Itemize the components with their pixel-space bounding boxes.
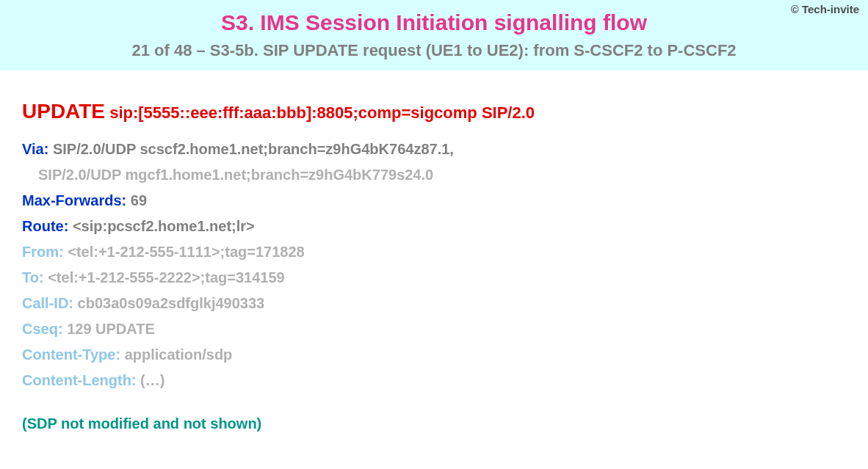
- page-subtitle: 21 of 48 – S3-5b. SIP UPDATE request (UE…: [15, 41, 853, 60]
- header-value: 69: [131, 192, 147, 208]
- header-label: From: [22, 244, 59, 260]
- copyright-notice: © Tech-invite: [791, 3, 859, 15]
- header-max-forwards: Max-Forwards: 69: [22, 188, 846, 214]
- header-label: Via: [22, 141, 44, 157]
- sip-request-line: UPDATE sip:[5555::eee:fff:aaa:bbb]:8805;…: [22, 100, 846, 123]
- header-value: <tel:+1-212-555-2222>;tag=314159: [48, 269, 284, 286]
- header-from: From: <tel:+1-212-555-1111>;tag=171828: [22, 239, 846, 265]
- sip-message-body: UPDATE sip:[5555::eee:fff:aaa:bbb]:8805;…: [0, 70, 868, 447]
- header-value-cont: SIP/2.0/UDP mgcf1.home1.net;branch=z9hG4…: [38, 162, 433, 188]
- header-label: Call-ID: [22, 295, 68, 311]
- header-via: Via: SIP/2.0/UDP scscf2.home1.net;branch…: [22, 137, 846, 162]
- sdp-note: (SDP not modified and not shown): [22, 415, 846, 432]
- header-content-type: Content-Type: application/sdp: [22, 342, 846, 368]
- header-label: To: [22, 269, 39, 286]
- header-label: Cseq: [22, 321, 58, 337]
- header-cseq: Cseq: 129 UPDATE: [22, 316, 846, 342]
- sip-request-uri: sip:[5555::eee:fff:aaa:bbb]:8805;comp=si…: [109, 103, 535, 122]
- header-value: (…): [140, 372, 164, 388]
- header-label: Route: [22, 218, 64, 234]
- header-label: Content-Length: [22, 372, 131, 388]
- header-value: SIP/2.0/UDP scscf2.home1.net;branch=z9hG…: [53, 141, 454, 157]
- sip-method: UPDATE: [22, 100, 105, 123]
- header-call-id: Call-ID: cb03a0s09a2sdfglkj490333: [22, 291, 846, 316]
- header-value: application/sdp: [125, 346, 233, 363]
- header-label: Max-Forwards: [22, 192, 122, 208]
- header-content-length: Content-Length: (…): [22, 368, 846, 393]
- header-label: Content-Type: [22, 346, 115, 363]
- header-banner: © Tech-invite S3. IMS Session Initiation…: [0, 0, 868, 70]
- header-value: <tel:+1-212-555-1111>;tag=171828: [68, 244, 304, 260]
- header-value: cb03a0s09a2sdfglkj490333: [78, 295, 265, 311]
- header-route: Route: <sip:pcscf2.home1.net;lr>: [22, 214, 846, 239]
- header-value: 129 UPDATE: [67, 321, 155, 337]
- header-value: <sip:pcscf2.home1.net;lr>: [73, 218, 255, 234]
- header-to: To: <tel:+1-212-555-2222>;tag=314159: [22, 265, 846, 291]
- page-title: S3. IMS Session Initiation signalling fl…: [15, 10, 853, 35]
- header-via-continuation: SIP/2.0/UDP mgcf1.home1.net;branch=z9hG4…: [22, 162, 846, 188]
